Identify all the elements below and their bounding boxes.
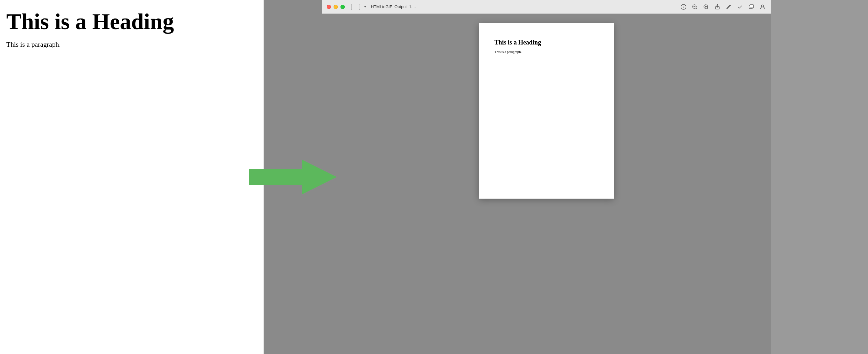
titlebar-filename: HTMLtoGIF_Output_1.... bbox=[371, 4, 416, 9]
left-panel: This is a Heading This is a paragraph. bbox=[0, 0, 264, 354]
right-gray-panel bbox=[771, 0, 868, 354]
share-icon[interactable] bbox=[714, 4, 720, 10]
middle-panel bbox=[264, 0, 322, 354]
svg-line-9 bbox=[707, 8, 709, 9]
zoom-out-icon[interactable] bbox=[692, 4, 698, 10]
left-heading: This is a Heading bbox=[6, 9, 257, 34]
pdf-heading: This is a Heading bbox=[495, 39, 598, 46]
arrow-container bbox=[249, 158, 337, 196]
checkmark-icon[interactable] bbox=[737, 4, 743, 10]
traffic-light-close[interactable] bbox=[327, 5, 331, 9]
pdf-paragraph: This is a paragraph. bbox=[495, 50, 598, 54]
svg-marker-0 bbox=[249, 160, 337, 194]
traffic-lights bbox=[327, 5, 345, 9]
titlebar: ▾ HTMLtoGIF_Output_1.... i bbox=[322, 0, 771, 14]
pdf-page: This is a Heading This is a paragraph. bbox=[479, 23, 614, 199]
pdf-viewer: This is a Heading This is a paragraph. bbox=[322, 14, 771, 354]
window-icon[interactable] bbox=[748, 4, 754, 10]
svg-rect-13 bbox=[750, 5, 753, 8]
zoom-in-icon[interactable] bbox=[703, 4, 709, 10]
right-section: ▾ HTMLtoGIF_Output_1.... i bbox=[322, 0, 771, 354]
traffic-light-minimize[interactable] bbox=[334, 5, 338, 9]
titlebar-icons: i bbox=[680, 4, 766, 10]
sidebar-toggle-button[interactable] bbox=[351, 4, 360, 10]
info-icon[interactable]: i bbox=[680, 4, 687, 10]
edit-icon[interactable] bbox=[725, 4, 732, 10]
green-arrow-icon bbox=[249, 158, 337, 196]
svg-line-5 bbox=[696, 8, 697, 9]
left-paragraph: This is a paragraph. bbox=[6, 40, 257, 48]
person-icon[interactable] bbox=[760, 4, 766, 10]
chevron-down-icon[interactable]: ▾ bbox=[364, 5, 366, 8]
traffic-light-fullscreen[interactable] bbox=[340, 5, 345, 9]
svg-text:i: i bbox=[683, 5, 684, 9]
